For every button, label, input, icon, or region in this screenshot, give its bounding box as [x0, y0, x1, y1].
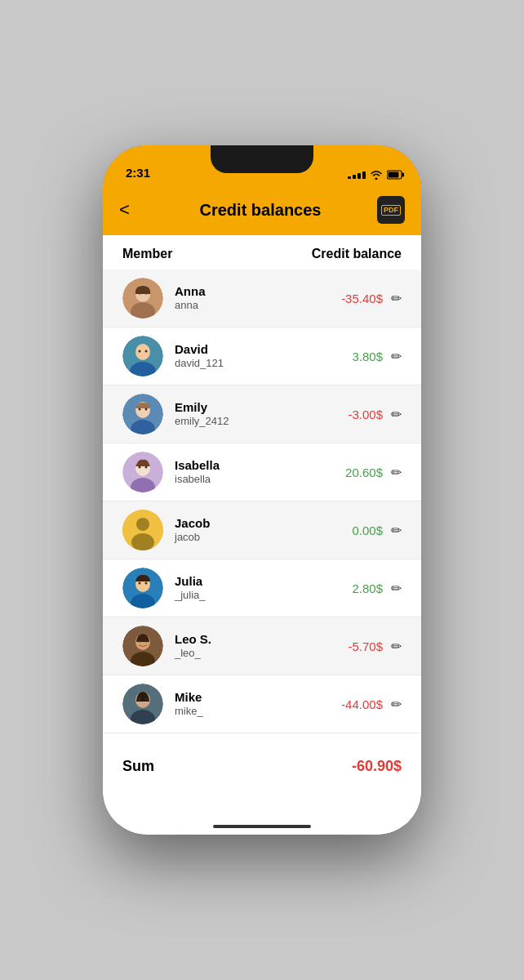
edit-button-mike[interactable]: ✏: [391, 697, 402, 712]
member-row-emily: Emily emily_2412 -3.00$ ✏: [103, 385, 421, 443]
member-balance-jacob: 0.00$: [326, 523, 383, 537]
svg-point-21: [139, 466, 141, 469]
member-info-mike: Mike mike_: [175, 689, 326, 719]
avatar-mike: [122, 684, 163, 724]
avatar-emily: [122, 394, 163, 434]
member-list: Anna anna -35.40$ ✏ David david_121 3.80…: [103, 270, 421, 733]
avatar-anna: [122, 278, 163, 318]
wifi-icon: [370, 170, 383, 180]
member-row-david: David david_121 3.80$ ✏: [103, 327, 421, 385]
member-balance-anna: -35.40$: [326, 292, 383, 305]
member-balance-emily: -3.00$: [326, 408, 383, 421]
member-balance-mike: -44.00$: [326, 697, 383, 711]
status-icons: [348, 170, 405, 180]
member-name-emily: Emily: [175, 399, 326, 416]
member-username-leo: _leo_: [175, 647, 326, 661]
back-button[interactable]: <: [119, 199, 144, 220]
member-username-anna: anna: [175, 299, 326, 313]
edit-button-emily[interactable]: ✏: [391, 407, 402, 422]
edit-button-anna[interactable]: ✏: [391, 291, 402, 306]
pdf-icon: PDF: [381, 205, 401, 216]
svg-point-24: [136, 518, 149, 531]
member-name-julia: Julia: [175, 573, 326, 590]
member-name-david: David: [175, 341, 326, 358]
svg-point-11: [139, 350, 141, 353]
column-credit-balance: Credit balance: [312, 247, 402, 261]
member-row-isabella: Isabella isabella 20.60$ ✏: [103, 443, 421, 501]
member-balance-julia: 2.80$: [326, 581, 383, 595]
notch: [211, 145, 313, 173]
member-balance-area-julia: 2.80$ ✏: [326, 581, 402, 596]
sum-amount: -60.90$: [352, 758, 402, 775]
member-username-david: david_121: [175, 357, 326, 371]
svg-rect-1: [402, 173, 405, 177]
member-balance-area-david: 3.80$ ✏: [326, 349, 402, 364]
member-balance-area-isabella: 20.60$ ✏: [326, 465, 402, 480]
member-row-anna: Anna anna -35.40$ ✏: [103, 270, 421, 327]
avatar-julia: [122, 568, 163, 608]
member-info-leo: Leo S. _leo_: [175, 631, 326, 661]
member-balance-area-anna: -35.40$ ✏: [326, 291, 402, 306]
svg-point-25: [131, 533, 154, 550]
svg-point-34: [139, 640, 141, 643]
avatar-isabella: [122, 452, 163, 492]
column-headers: Member Credit balance: [103, 235, 421, 270]
edit-button-david[interactable]: ✏: [391, 349, 402, 364]
battery-icon: [387, 170, 405, 180]
member-name-anna: Anna: [175, 283, 326, 300]
phone-frame: 2:31: [103, 145, 421, 835]
sum-row: Sum -60.90$: [103, 742, 421, 791]
svg-rect-2: [389, 172, 399, 178]
signal-icon: [348, 172, 366, 179]
member-info-jacob: Jacob jacob: [175, 515, 326, 545]
member-row-mike: Mike mike_ -44.00$ ✏: [103, 675, 421, 733]
edit-button-leo[interactable]: ✏: [391, 639, 402, 654]
member-username-jacob: jacob: [175, 531, 326, 545]
svg-point-22: [145, 466, 148, 469]
pdf-button[interactable]: PDF: [377, 196, 405, 224]
svg-point-16: [139, 408, 141, 411]
home-indicator: [213, 825, 311, 828]
member-row-leo: Leo S. _leo_ -5.70$ ✏: [103, 617, 421, 675]
svg-point-29: [139, 582, 141, 585]
svg-point-7: [145, 292, 148, 295]
member-balance-area-leo: -5.70$ ✏: [326, 639, 402, 654]
header-title: Credit balances: [144, 201, 377, 220]
member-username-julia: _julia_: [175, 589, 326, 603]
member-name-isabella: Isabella: [175, 457, 326, 474]
member-balance-area-emily: -3.00$ ✏: [326, 407, 402, 422]
svg-point-30: [145, 582, 148, 585]
member-username-emily: emily_2412: [175, 415, 326, 429]
member-row-jacob: Jacob jacob 0.00$ ✏: [103, 501, 421, 559]
member-info-julia: Julia _julia_: [175, 573, 326, 603]
edit-button-isabella[interactable]: ✏: [391, 465, 402, 480]
member-row-julia: Julia _julia_ 2.80$ ✏: [103, 559, 421, 617]
member-info-david: David david_121: [175, 341, 326, 371]
svg-point-9: [135, 344, 150, 360]
svg-point-6: [139, 292, 141, 295]
svg-point-40: [145, 698, 148, 701]
member-name-mike: Mike: [175, 689, 326, 706]
avatar-leo: [122, 626, 163, 666]
avatar-jacob: [122, 510, 163, 550]
column-member: Member: [122, 247, 172, 261]
svg-point-12: [145, 350, 148, 353]
member-balance-area-jacob: 0.00$ ✏: [326, 523, 402, 538]
edit-button-jacob[interactable]: ✏: [391, 523, 402, 538]
member-balance-isabella: 20.60$: [326, 466, 383, 479]
phone-screen: 2:31: [103, 145, 421, 835]
svg-point-17: [145, 408, 148, 411]
svg-point-39: [139, 698, 141, 701]
member-balance-area-mike: -44.00$ ✏: [326, 697, 402, 712]
sum-label: Sum: [122, 758, 154, 775]
app-header: < Credit balances PDF: [103, 186, 421, 235]
edit-button-julia[interactable]: ✏: [391, 581, 402, 596]
member-info-anna: Anna anna: [175, 283, 326, 313]
member-balance-david: 3.80$: [326, 350, 383, 363]
content: Member Credit balance Anna anna -35.40$ …: [103, 235, 421, 824]
member-username-mike: mike_: [175, 705, 326, 719]
member-name-jacob: Jacob: [175, 515, 326, 532]
member-balance-leo: -5.70$: [326, 639, 383, 653]
member-info-isabella: Isabella isabella: [175, 457, 326, 487]
svg-point-35: [145, 640, 148, 643]
